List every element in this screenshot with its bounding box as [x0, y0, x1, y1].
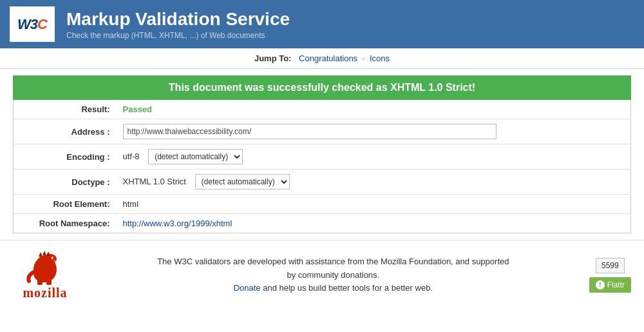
- count-badge: 5599: [596, 258, 625, 273]
- footer-donate-suffix: and help us build better tools for a bet…: [261, 283, 433, 293]
- success-banner: This document was successfully checked a…: [13, 75, 631, 100]
- table-row: Result: Passed: [14, 100, 631, 119]
- flattr-label: Flattr: [607, 280, 625, 289]
- doctype-dropdown[interactable]: (detect automatically): [195, 174, 290, 190]
- nav-link-icons[interactable]: Icons: [370, 54, 390, 63]
- footer-right: 5599 f Flattr: [589, 258, 631, 293]
- address-value: [117, 119, 631, 144]
- root-element-text: html: [123, 199, 139, 209]
- doctype-text: XHTML 1.0 Strict: [123, 177, 186, 186]
- table-row: Address :: [14, 119, 631, 144]
- header-text-block: Markup Validation Service Check the mark…: [66, 8, 290, 41]
- footer-line1: The W3C validators are developed with as…: [157, 257, 509, 266]
- svg-marker-5: [39, 252, 43, 257]
- encoding-dropdown[interactable]: (detect automatically): [148, 149, 243, 164]
- w3c-logo: W3C: [10, 6, 55, 42]
- root-element-value: html: [117, 195, 631, 214]
- root-namespace-value: http://www.w3.org/1999/xhtml: [117, 214, 631, 233]
- page-header: W3C Markup Validation Service Check the …: [0, 0, 644, 48]
- flattr-button[interactable]: f Flattr: [589, 277, 631, 293]
- mozilla-logo: mozilla: [13, 250, 77, 300]
- result-table: Result: Passed Address : Encoding : utf-…: [13, 100, 631, 233]
- table-row: Root Namespace: http://www.w3.org/1999/x…: [14, 214, 631, 233]
- footer-line2: by community donations.: [287, 270, 379, 280]
- svg-point-4: [53, 257, 54, 259]
- nav-bar: Jump To: Congratulations · Icons: [0, 48, 644, 69]
- root-element-label: Root Element:: [14, 195, 117, 214]
- svg-rect-9: [37, 278, 43, 285]
- page-title: Markup Validation Service: [66, 8, 290, 30]
- svg-rect-10: [46, 278, 52, 285]
- address-label: Address :: [14, 119, 117, 144]
- jump-to-label: Jump To:: [254, 54, 292, 63]
- main-content: This document was successfully checked a…: [0, 69, 644, 233]
- mozilla-dino-icon: [26, 250, 64, 286]
- svg-marker-6: [43, 251, 46, 255]
- address-input[interactable]: [123, 124, 497, 139]
- table-row: Root Element: html: [14, 195, 631, 214]
- encoding-value: utf-8 (detect automatically): [117, 144, 631, 170]
- encoding-label: Encoding :: [14, 144, 117, 170]
- w3c-logo-text: W3C: [17, 16, 47, 33]
- encoding-text: utf-8: [123, 151, 140, 161]
- result-value: Passed: [117, 100, 631, 119]
- table-row: Encoding : utf-8 (detect automatically): [14, 144, 631, 170]
- flattr-icon: f: [596, 280, 605, 289]
- svg-point-2: [44, 254, 57, 264]
- table-row: Doctype : XHTML 1.0 Strict (detect autom…: [14, 170, 631, 195]
- nav-separator: ·: [363, 54, 365, 63]
- mozilla-label-text: mozilla: [23, 286, 67, 300]
- result-passed-text: Passed: [123, 104, 153, 114]
- doctype-label: Doctype :: [14, 170, 117, 195]
- nav-link-congratulations[interactable]: Congratulations: [299, 54, 357, 63]
- svg-marker-7: [46, 251, 50, 256]
- footer-description: The W3C validators are developed with as…: [90, 255, 576, 295]
- donate-link[interactable]: Donate: [234, 283, 261, 293]
- root-namespace-label: Root Namespace:: [14, 214, 117, 233]
- result-label: Result:: [14, 100, 117, 119]
- doctype-value: XHTML 1.0 Strict (detect automatically): [117, 170, 631, 195]
- root-namespace-link[interactable]: http://www.w3.org/1999/xhtml: [123, 219, 232, 228]
- footer: mozilla The W3C validators are developed…: [0, 240, 644, 310]
- page-subtitle: Check the markup (HTML, XHTML, ...) of W…: [66, 31, 290, 40]
